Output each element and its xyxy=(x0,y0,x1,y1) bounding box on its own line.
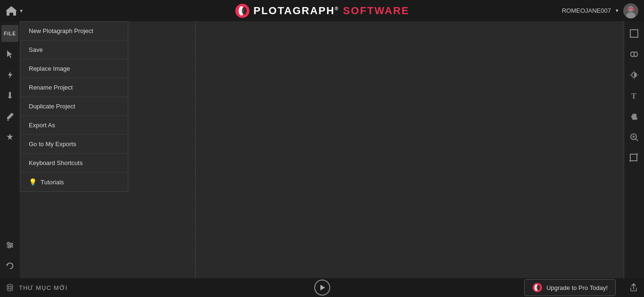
keyboard-shortcuts-label: Keyboard Shortcuts xyxy=(29,159,83,166)
duplicate-project-item[interactable]: Duplicate Project xyxy=(20,97,128,116)
folder-label: THƯ MỤC MỚI xyxy=(19,284,67,291)
tutorials-item[interactable]: 💡 Tutorials xyxy=(20,173,128,191)
username-label: ROMEOJANE007 xyxy=(562,7,611,14)
zoom-tool[interactable] xyxy=(626,129,643,146)
loop-tool[interactable] xyxy=(626,46,643,63)
header-left: ▾ xyxy=(0,4,23,17)
lightning-tool[interactable] xyxy=(1,66,18,83)
logo-icon xyxy=(234,3,250,18)
svg-line-24 xyxy=(636,139,638,141)
go-to-exports-label: Go to My Exports xyxy=(29,140,76,148)
export-as-item[interactable]: Export As xyxy=(20,116,128,135)
bottom-left: THƯ MỤC MỚI xyxy=(0,283,67,292)
header: ▾ PLOTAGRAPH® SOFTWARE ROMEOJANE007 ▾ xyxy=(0,0,644,21)
tutorials-label: Tutorials xyxy=(41,179,64,186)
rename-project-label: Rename Project xyxy=(29,84,73,91)
pen-tool[interactable] xyxy=(1,108,18,125)
svg-marker-32 xyxy=(320,285,325,290)
keyboard-shortcuts-item[interactable]: Keyboard Shortcuts xyxy=(20,154,128,173)
export-as-label: Export As xyxy=(29,122,55,129)
bottom-bar: THƯ MỤC MỚI Upgrade to Pro Today! xyxy=(0,278,644,297)
brush-tool[interactable] xyxy=(1,87,18,104)
settings-button[interactable] xyxy=(6,283,14,292)
left-sidebar: FILE xyxy=(0,21,20,278)
svg-point-35 xyxy=(537,285,540,290)
svg-point-2 xyxy=(242,7,246,15)
user-dropdown-arrow[interactable]: ▾ xyxy=(616,8,619,14)
new-project-label: New Plotagraph Project xyxy=(29,27,93,34)
svg-rect-6 xyxy=(9,92,11,97)
upgrade-logo-icon xyxy=(532,282,543,293)
svg-point-13 xyxy=(8,246,10,248)
svg-point-12 xyxy=(10,244,12,246)
brightness-tool[interactable] xyxy=(626,66,643,83)
go-to-exports-item[interactable]: Go to My Exports xyxy=(20,135,128,154)
rename-project-item[interactable]: Rename Project xyxy=(20,78,128,97)
duplicate-project-label: Duplicate Project xyxy=(29,103,75,110)
header-right: ROMEOJANE007 ▾ xyxy=(562,3,644,18)
crop-tool[interactable] xyxy=(626,149,643,166)
frame-tool[interactable] xyxy=(626,25,643,42)
header-dropdown-arrow: ▾ xyxy=(20,8,23,14)
upgrade-label: Upgrade to Pro Today! xyxy=(546,284,608,291)
header-logo: PLOTAGRAPH® SOFTWARE xyxy=(234,3,410,18)
save-label: Save xyxy=(29,46,43,53)
replace-image-item[interactable]: Replace Image xyxy=(20,59,128,78)
file-dropdown-menu: New Plotagraph Project Save Replace Imag… xyxy=(20,21,128,192)
avatar[interactable] xyxy=(623,3,638,18)
anchor-tool[interactable] xyxy=(1,129,18,146)
undo-tool[interactable] xyxy=(1,257,18,274)
bulb-icon: 💡 xyxy=(29,178,37,186)
main-area: FILE xyxy=(0,21,644,278)
replace-image-label: Replace Image xyxy=(29,65,70,72)
logo-text: PLOTAGRAPH® SOFTWARE xyxy=(253,5,410,17)
file-menu-button[interactable]: FILE xyxy=(1,25,18,42)
new-project-item[interactable]: New Plotagraph Project xyxy=(20,22,128,41)
upgrade-button[interactable]: Upgrade to Pro Today! xyxy=(524,279,616,296)
adjustments-tool[interactable] xyxy=(1,237,18,254)
svg-point-11 xyxy=(8,242,9,244)
svg-rect-14 xyxy=(630,30,638,37)
save-item[interactable]: Save xyxy=(20,41,128,59)
bottom-right: Upgrade to Pro Today! xyxy=(524,279,616,296)
play-button[interactable] xyxy=(314,280,330,296)
bottom-center xyxy=(314,280,330,296)
select-tool[interactable] xyxy=(1,46,18,63)
right-sidebar: T xyxy=(624,21,644,278)
share-button[interactable] xyxy=(629,283,638,292)
svg-rect-27 xyxy=(630,154,637,161)
text-tool[interactable]: T xyxy=(626,87,643,104)
file-label: FILE xyxy=(4,31,16,36)
home-button[interactable]: ▾ xyxy=(5,4,23,17)
hand-tool[interactable] xyxy=(626,108,643,125)
svg-text:T: T xyxy=(631,92,636,100)
